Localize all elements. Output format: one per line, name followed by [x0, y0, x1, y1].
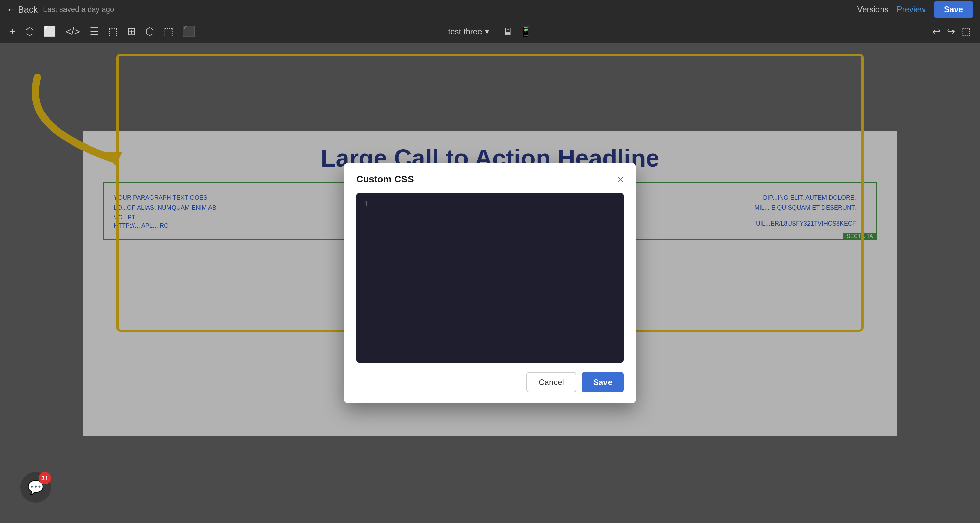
page-name-button[interactable]: test three ▾ — [448, 27, 488, 36]
chat-bubble[interactable]: 💬 31 — [21, 472, 51, 502]
save-button-top[interactable]: Save — [934, 2, 973, 17]
dialog-title: Custom CSS — [356, 174, 414, 185]
chevron-down-icon: ▾ — [485, 27, 489, 36]
canvas-area: Large Call to Action Headline YOUR PARAG… — [0, 43, 980, 523]
layers-icon[interactable]: ⬡ — [25, 25, 34, 37]
toolbar-right: ↩ ↪ ⬚ — [932, 26, 970, 37]
cursor-line — [377, 198, 620, 206]
pages-icon[interactable]: ⬜ — [43, 25, 56, 37]
mobile-icon[interactable]: 📱 — [520, 25, 532, 37]
device-toggle: 🖥 📱 — [503, 25, 532, 37]
add-icon[interactable]: + — [10, 26, 16, 37]
line-numbers: 1 — [356, 193, 373, 363]
toolbar: + ⬡ ⬜ </> ☰ ⬚ ⊞ ⬡ ⬚ ⬛ test three ▾ 🖥 📱 ↩… — [0, 19, 980, 43]
dialog-header: Custom CSS × — [344, 163, 636, 193]
media-icon[interactable]: ⬚ — [164, 25, 173, 37]
desktop-icon[interactable]: 🖥 — [503, 26, 513, 37]
line-number-1: 1 — [361, 198, 368, 210]
custom-css-dialog: Custom CSS × 1 Cancel Save — [344, 163, 636, 403]
text-cursor — [377, 198, 377, 206]
last-saved-label: Last saved a day ago — [43, 5, 114, 14]
back-button[interactable]: ← Back — [7, 5, 38, 15]
code-input[interactable] — [373, 193, 624, 363]
dialog-body: 1 — [344, 193, 636, 363]
save-button-dialog[interactable]: Save — [582, 372, 624, 392]
blocks-icon[interactable]: ⬡ — [145, 25, 154, 37]
page-name-label: test three — [448, 27, 482, 36]
grid-icon[interactable]: ⊞ — [127, 25, 136, 37]
forms-icon[interactable]: ⬚ — [108, 25, 118, 37]
css-code-editor[interactable]: 1 — [356, 193, 624, 363]
code-icon[interactable]: </> — [65, 26, 80, 37]
toolbar-center: test three ▾ 🖥 📱 — [448, 25, 532, 37]
dialog-close-button[interactable]: × — [617, 174, 624, 185]
top-bar: ← Back Last saved a day ago Versions Pre… — [0, 0, 980, 19]
redo-icon[interactable]: ↪ — [947, 26, 955, 37]
preview-button[interactable]: Preview — [897, 5, 926, 14]
undo-icon[interactable]: ↩ — [932, 26, 940, 37]
versions-button[interactable]: Versions — [858, 5, 889, 14]
chat-badge: 31 — [39, 472, 51, 484]
modal-overlay: Custom CSS × 1 Cancel Save — [0, 43, 980, 523]
apps-icon[interactable]: ⬛ — [183, 25, 195, 37]
top-bar-right: Versions Preview Save — [858, 2, 973, 17]
cancel-button[interactable]: Cancel — [527, 372, 576, 392]
share-icon[interactable]: ⬚ — [962, 26, 970, 37]
menu-icon[interactable]: ☰ — [90, 25, 99, 37]
top-bar-left: ← Back Last saved a day ago — [7, 5, 114, 15]
dialog-footer: Cancel Save — [344, 363, 636, 403]
